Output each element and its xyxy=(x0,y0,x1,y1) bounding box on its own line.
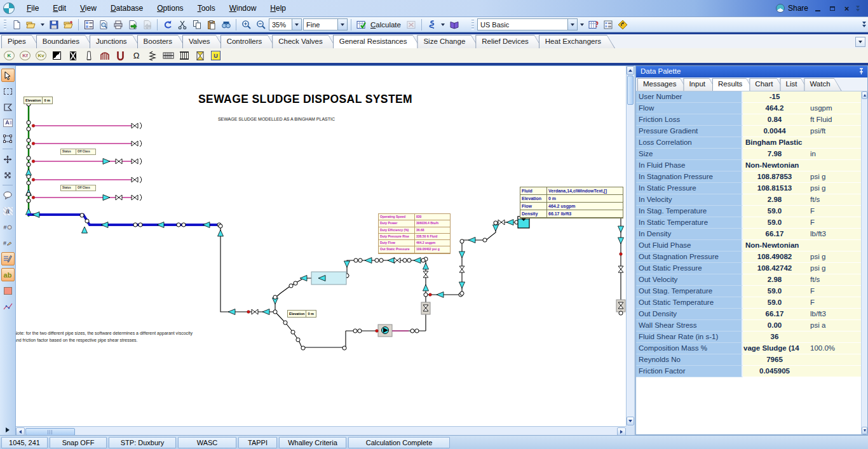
component-tab[interactable]: Heat Exchangers xyxy=(539,35,615,48)
elevation-label[interactable]: Elevation 0 m xyxy=(24,97,53,104)
zoom-window-tool[interactable] xyxy=(1,132,15,145)
component-tab[interactable]: Valves xyxy=(182,35,224,48)
copy-button[interactable] xyxy=(190,18,203,31)
result-row[interactable]: Out Static Temperature 59.0 F xyxy=(636,297,861,309)
result-row[interactable]: Loss Correlation Bingham Plastic xyxy=(636,137,861,149)
vertical-scroll-thumb[interactable] xyxy=(627,76,634,105)
properties-list-button[interactable] xyxy=(602,18,615,31)
result-row[interactable]: Friction Factor 0.045905 xyxy=(636,366,861,377)
canvas-vertical-scrollbar[interactable] xyxy=(626,66,634,426)
component-tab[interactable]: Junctions xyxy=(90,35,141,48)
pipe-status-label[interactable]: Status Off Class xyxy=(60,185,96,191)
nozzle-icon[interactable] xyxy=(66,50,79,62)
menu-item[interactable]: Tools xyxy=(191,1,222,16)
color-swatch-tool[interactable] xyxy=(1,284,15,297)
kf-resistance-icon[interactable]: Kf xyxy=(18,50,32,62)
lasso-select-tool[interactable] xyxy=(1,100,15,114)
result-row[interactable]: Out Stagnation Pressure 108.49082 psi g xyxy=(636,251,861,263)
print-preview-button[interactable] xyxy=(97,18,110,31)
palette-tab[interactable]: Results xyxy=(712,78,754,91)
k-resistance-icon[interactable]: K xyxy=(3,50,16,62)
user-resistance-icon[interactable]: U xyxy=(209,50,222,62)
canvas-horizontal-scrollbar[interactable] xyxy=(16,426,626,435)
result-row[interactable]: Flow 464.2 usgpm xyxy=(636,103,861,114)
scroll-right-button[interactable] xyxy=(617,427,626,435)
script-dropdown[interactable] xyxy=(440,18,447,31)
result-row[interactable]: In Density 66.17 lb/ft3 xyxy=(636,229,861,240)
component-tab[interactable]: Pipes xyxy=(1,35,40,48)
script-button[interactable] xyxy=(425,18,438,31)
result-row[interactable]: In Stag. Temperature 59.0 F xyxy=(636,206,861,217)
horizontal-scroll-thumb[interactable] xyxy=(25,428,75,435)
result-row[interactable]: Out Static Pressure 108.42742 psi g xyxy=(636,263,861,274)
open-file-dropdown[interactable] xyxy=(39,18,46,31)
undo-button[interactable] xyxy=(161,18,174,31)
result-row[interactable]: User Number -15 xyxy=(636,91,861,103)
result-row[interactable]: In Fluid Phase Non-Newtonian xyxy=(636,160,861,171)
help-button[interactable] xyxy=(448,18,461,31)
pipe-number-tool[interactable]: # xyxy=(1,236,15,250)
calculate-button[interactable]: Calculate xyxy=(369,21,403,29)
detail-dropdown[interactable] xyxy=(337,19,347,30)
palette-tab[interactable]: Messages xyxy=(637,78,688,91)
component-tab[interactable]: Check Valves xyxy=(272,35,336,48)
share-button[interactable]: Share xyxy=(776,4,808,13)
text-block-tool[interactable]: a xyxy=(1,204,15,218)
cone-icon[interactable] xyxy=(82,50,95,62)
schematic-drawing[interactable] xyxy=(16,66,626,426)
tab-overflow-button[interactable] xyxy=(855,37,865,47)
intake-screen-icon[interactable] xyxy=(98,50,111,62)
text-annotation-tool[interactable] xyxy=(1,116,15,130)
orifice-plate-icon[interactable] xyxy=(50,50,64,62)
label-tool[interactable]: ab xyxy=(1,268,15,281)
units-extra-dropdown[interactable] xyxy=(579,18,586,31)
result-row[interactable]: Size 7.98 in xyxy=(636,149,861,160)
elevation-label[interactable]: Elevation 0 m xyxy=(287,310,316,318)
result-row[interactable]: Reynolds No 7965 xyxy=(636,354,861,366)
result-row[interactable]: In Static Pressure 108.81513 psi g xyxy=(636,183,861,194)
u-bend-icon[interactable] xyxy=(114,50,127,62)
units-combo[interactable]: US Basic xyxy=(477,18,578,30)
titlebar-overflow-icon[interactable] xyxy=(856,6,860,11)
pump-annotation-table[interactable]: Operating Speed830 Duty Power306036.4 Bt… xyxy=(378,213,451,254)
scale-tool[interactable] xyxy=(1,168,15,182)
palette-scrollbar[interactable] xyxy=(861,91,867,434)
palette-scroll-up-button[interactable] xyxy=(862,91,867,99)
result-row[interactable]: Fluid Shear Rate (in s-1) 36 xyxy=(636,332,861,343)
pin-icon[interactable] xyxy=(858,68,865,76)
navigator-button[interactable] xyxy=(616,18,630,31)
spring-check-icon[interactable] xyxy=(146,50,159,62)
result-row[interactable]: Out Velocity 2.98 ft/s xyxy=(636,274,861,286)
pipe-status-label[interactable]: Status Off Class xyxy=(60,149,96,155)
minimize-button[interactable] xyxy=(812,4,823,13)
detail-combo[interactable]: Fine xyxy=(303,18,348,30)
result-row[interactable]: Pressure Gradient 0.0044 psi/ft xyxy=(636,126,861,137)
palette-tab[interactable]: Watch xyxy=(804,78,841,91)
result-row[interactable]: Composition Mass % vage Sludge (14 100.0… xyxy=(636,343,861,354)
drawing-note[interactable]: Note: for the two different pipe sizes, … xyxy=(16,330,287,344)
import-button[interactable] xyxy=(140,18,154,31)
data-palette-header[interactable]: Data Palette xyxy=(636,66,867,77)
venturi-icon[interactable] xyxy=(193,50,207,62)
result-row[interactable]: Friction Loss 0.84 ft Fluid xyxy=(636,114,861,126)
component-tab[interactable]: Relief Devices xyxy=(475,35,543,48)
component-tab[interactable]: Boundaries xyxy=(36,35,93,48)
palette-tab[interactable]: Chart xyxy=(749,78,784,91)
close-button[interactable]: × xyxy=(841,4,852,13)
save-button[interactable] xyxy=(47,18,60,31)
open-file-button[interactable] xyxy=(24,18,37,31)
menu-item[interactable]: Edit xyxy=(46,1,73,16)
result-row[interactable]: In Stagnation Pressure 108.87853 psi g xyxy=(636,171,861,183)
select-tool[interactable] xyxy=(1,69,15,82)
toolbar-grip[interactable] xyxy=(4,19,6,30)
palette-scroll-down-button[interactable] xyxy=(862,427,867,434)
scroll-left-button[interactable] xyxy=(16,427,25,435)
rail-expand-icon[interactable] xyxy=(6,427,10,432)
menu-item[interactable]: View xyxy=(73,1,104,16)
new-document-button[interactable] xyxy=(10,18,23,31)
result-row[interactable]: In Static Temperature 59.0 F xyxy=(636,217,861,229)
zoom-in-button[interactable] xyxy=(240,18,253,31)
result-row[interactable]: Wall Shear Stress 0.00 psi a xyxy=(636,320,861,332)
menu-item[interactable]: Options xyxy=(150,1,190,16)
new-folder-button[interactable] xyxy=(62,18,75,31)
